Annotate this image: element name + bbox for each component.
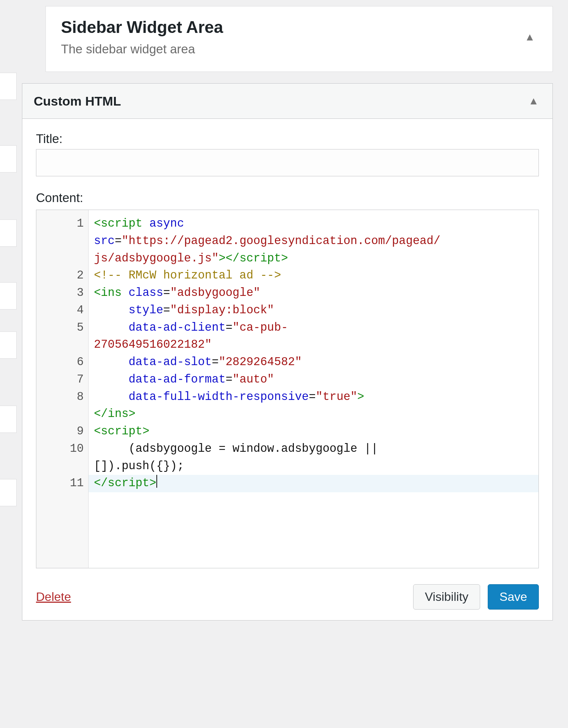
visibility-button[interactable]: Visibility — [413, 584, 480, 610]
widget-type-label: Custom HTML — [34, 94, 121, 109]
widget-header[interactable]: Custom HTML ▲ — [22, 84, 552, 119]
collapse-area-icon[interactable]: ▲ — [522, 29, 537, 45]
widget-custom-html: Custom HTML ▲ Title: Content: 1 2 3 4 5 … — [22, 83, 553, 621]
title-field-label: Title: — [36, 132, 539, 146]
code-editor[interactable]: 1 2 3 4 5 6 7 8 9 10 11 <script asyncsrc… — [36, 210, 539, 568]
delete-link[interactable]: Delete — [36, 590, 71, 604]
widget-area-description: The sidebar widget area — [61, 42, 223, 56]
widget-area-panel: Sidebar Widget Area The sidebar widget a… — [45, 6, 553, 72]
collapse-widget-icon[interactable]: ▲ — [526, 93, 541, 109]
title-input[interactable] — [36, 149, 539, 176]
save-button[interactable]: Save — [488, 584, 539, 610]
sidebar-stub — [0, 0, 21, 728]
widget-area-title: Sidebar Widget Area — [61, 18, 223, 37]
content-field-label: Content: — [36, 191, 539, 205]
code-content[interactable]: <script asyncsrc="https://pagead2.google… — [89, 210, 538, 568]
code-gutter: 1 2 3 4 5 6 7 8 9 10 11 — [36, 210, 89, 568]
